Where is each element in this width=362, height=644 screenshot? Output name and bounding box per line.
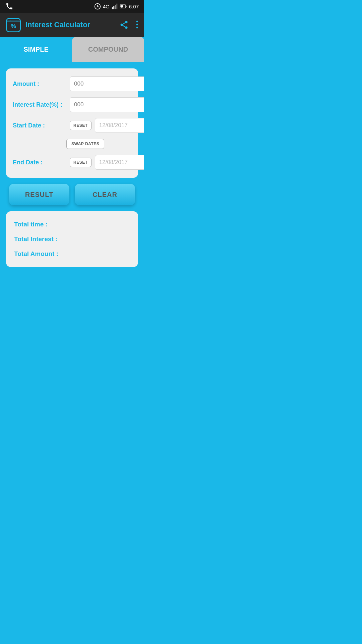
start-date-reset-button[interactable]: RESET [70,121,92,130]
input-card: Amount : Interest Rate(%) : Start Date :… [6,68,138,178]
svg-rect-14 [14,19,18,20]
start-date-label: Start Date : [13,122,66,129]
svg-rect-3 [115,5,116,9]
svg-rect-7 [126,6,126,7]
svg-point-18 [125,26,128,29]
tab-simple[interactable]: SIMPLE [0,37,72,62]
interest-rate-input[interactable] [70,97,144,112]
svg-rect-10 [6,20,20,22]
end-date-input[interactable] [95,155,144,170]
tabs-container: SIMPLE COMPOUND [0,37,144,62]
app-logo-icon: % [5,17,21,33]
app-bar-actions [119,20,139,30]
result-button[interactable]: RESULT [9,184,69,205]
interest-rate-row: Interest Rate(%) : [13,97,131,112]
amount-row: Amount : [13,76,131,91]
start-date-input[interactable] [95,118,144,133]
amount-input[interactable] [70,76,144,91]
svg-rect-2 [113,6,114,9]
swap-dates-row: SWAP DATES [13,139,131,149]
end-date-reset-button[interactable]: RESET [70,158,92,167]
svg-point-23 [136,27,138,29]
end-date-label: End Date : [13,159,66,166]
more-options-icon[interactable] [135,20,139,30]
svg-point-22 [136,24,138,25]
total-amount-label: Total Amount : [14,250,130,258]
time-display: 6:07 [129,4,139,9]
signal-icon [112,3,118,9]
svg-rect-4 [116,4,117,9]
clear-button[interactable]: CLEAR [75,184,135,205]
svg-point-21 [136,21,138,22]
end-date-row: End Date : RESET [13,155,131,170]
total-interest-label: Total Interest : [14,235,130,243]
amount-label: Amount : [13,80,66,88]
phone-icon [5,2,13,10]
svg-rect-1 [112,7,113,9]
total-time-label: Total time : [14,221,130,228]
swap-dates-button[interactable]: SWAP DATES [66,139,104,149]
result-card: Total time : Total Interest : Total Amou… [6,211,138,267]
status-icons: 4G 67 6:07 [94,3,139,10]
battery-icon: 67 [120,3,127,9]
clock-icon [94,3,101,10]
svg-line-19 [123,25,125,27]
network-type: 4G [103,4,110,9]
action-row: RESULT CLEAR [6,184,138,205]
app-title: Interest Calculator [25,20,115,29]
svg-point-16 [125,21,128,23]
app-bar: % Interest Calculator [0,13,144,37]
svg-line-20 [123,23,125,24]
svg-text:%: % [11,23,16,30]
main-content: Amount : Interest Rate(%) : Start Date :… [0,62,144,274]
svg-text:67: 67 [121,6,123,8]
svg-point-17 [121,24,123,26]
share-icon[interactable] [119,20,129,30]
interest-rate-label: Interest Rate(%) : [13,101,66,108]
tab-compound[interactable]: COMPOUND [72,37,144,62]
status-bar: 4G 67 6:07 [0,0,144,13]
svg-rect-13 [9,19,12,20]
start-date-row: Start Date : RESET [13,118,131,133]
